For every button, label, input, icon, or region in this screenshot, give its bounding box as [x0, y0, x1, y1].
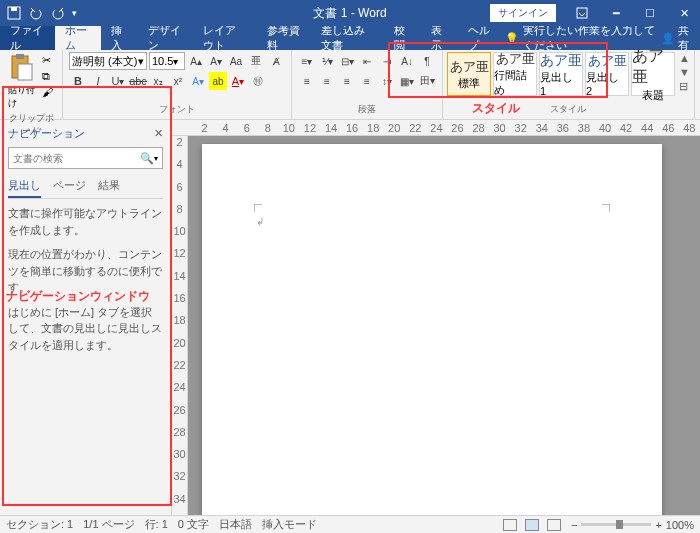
style-chip-0[interactable]: あア亜標準	[447, 52, 491, 96]
styles-expand-icon[interactable]: ⊟	[679, 80, 690, 93]
ribbon-tabs: ファイル ホーム 挿入 デザイン レイアウト 参考資料 差し込み文書 校閲 表示…	[0, 26, 700, 50]
close-icon[interactable]: ✕	[668, 0, 700, 26]
svg-rect-5	[18, 64, 32, 80]
paste-icon	[8, 54, 36, 82]
highlight-icon[interactable]: ab	[209, 72, 227, 90]
nav-search-input[interactable]: 🔍▾	[8, 147, 163, 169]
zoom-value[interactable]: 100%	[666, 519, 694, 531]
italic-button[interactable]: I	[89, 72, 107, 90]
view-print-icon[interactable]	[525, 519, 539, 531]
view-web-icon[interactable]	[547, 519, 561, 531]
zoom-out-icon[interactable]: −	[571, 519, 577, 531]
sort-icon[interactable]: A↓	[398, 52, 416, 70]
group-font: 游明朝 (本文)▾ 10.5▾ A▴ A▾ Aa 亜 A̸ B I U▾ abc…	[63, 50, 292, 119]
status-line[interactable]: 行: 1	[145, 517, 168, 532]
phonetic-icon[interactable]: 亜	[247, 52, 265, 70]
justify-icon[interactable]: ≡	[358, 72, 376, 90]
annotation-nav-label: ナビゲーションウィンドウ	[6, 288, 150, 305]
font-size-combo[interactable]: 10.5▾	[149, 52, 185, 70]
tab-file[interactable]: ファイル	[0, 26, 55, 50]
multilevel-icon[interactable]: ⊟▾	[338, 52, 356, 70]
line-spacing-icon[interactable]: ↕▾	[378, 72, 396, 90]
group-paragraph: ≡▾ ⅟▾ ⊟▾ ⇤ ⇥ A↓ ¶ ≡ ≡ ≡ ≡ ↕▾ ▦▾ 田▾ 段落	[292, 50, 443, 119]
numbering-icon[interactable]: ⅟▾	[318, 52, 336, 70]
bullets-icon[interactable]: ≡▾	[298, 52, 316, 70]
save-icon[interactable]	[6, 5, 22, 21]
strike-button[interactable]: abc	[129, 72, 147, 90]
zoom-in-icon[interactable]: +	[655, 519, 661, 531]
tab-home[interactable]: ホーム	[55, 26, 101, 50]
redo-icon[interactable]	[50, 5, 66, 21]
style-chip-1[interactable]: あア亜行間詰め	[493, 52, 537, 96]
status-section[interactable]: セクション: 1	[6, 517, 73, 532]
tab-references[interactable]: 参考資料	[257, 26, 312, 50]
group-editing: 🔍検索▾ ab置換 ▭選択▾ 編集	[695, 50, 700, 119]
enclose-icon[interactable]: ㊕	[249, 72, 267, 90]
increase-indent-icon[interactable]: ⇥	[378, 52, 396, 70]
shrink-font-icon[interactable]: A▾	[207, 52, 225, 70]
font-color-icon[interactable]: A▾	[229, 72, 247, 90]
text-effects-icon[interactable]: A▾	[189, 72, 207, 90]
style-chip-3[interactable]: あア亜見出し 2	[585, 52, 629, 96]
nav-close-icon[interactable]: ✕	[154, 127, 163, 140]
bold-button[interactable]: B	[69, 72, 87, 90]
copy-icon[interactable]: ⧉	[42, 70, 56, 84]
clear-format-icon[interactable]: A̸	[267, 52, 285, 70]
status-mode[interactable]: 挿入モード	[262, 517, 317, 532]
search-icon: 🔍	[140, 152, 154, 165]
qat-dropdown-icon[interactable]: ▾	[72, 8, 77, 18]
decrease-indent-icon[interactable]: ⇤	[358, 52, 376, 70]
group-clipboard: 貼り付け ✂ ⧉ 🖌 クリップボード	[0, 50, 63, 119]
share-icon: 👤	[661, 32, 675, 45]
zoom-slider[interactable]: − + 100%	[571, 519, 694, 531]
svg-rect-1	[11, 7, 17, 11]
tab-mailings[interactable]: 差し込み文書	[311, 26, 383, 50]
style-chip-4[interactable]: あア亜表題	[631, 52, 675, 96]
minimize-icon[interactable]: ━	[600, 0, 632, 26]
styles-scroll-up-icon[interactable]: ▲	[679, 52, 690, 64]
style-chip-2[interactable]: あア亜見出し 1	[539, 52, 583, 96]
maximize-icon[interactable]: ☐	[634, 0, 666, 26]
tab-layout[interactable]: レイアウト	[193, 26, 257, 50]
grow-font-icon[interactable]: A▴	[187, 52, 205, 70]
status-lang[interactable]: 日本語	[219, 517, 252, 532]
vertical-ruler[interactable]: 246810121416182022242628303234	[172, 136, 188, 515]
ribbon-options-icon[interactable]	[566, 0, 598, 26]
tab-review[interactable]: 校閲	[384, 26, 421, 50]
borders-icon[interactable]: 田▾	[418, 72, 436, 90]
undo-icon[interactable]	[28, 5, 44, 21]
change-case-icon[interactable]: Aa	[227, 52, 245, 70]
tab-design[interactable]: デザイン	[138, 26, 193, 50]
nav-tab-pages[interactable]: ページ	[53, 175, 86, 198]
nav-tab-results[interactable]: 結果	[98, 175, 120, 198]
cut-icon[interactable]: ✂	[42, 54, 56, 68]
nav-body: 文書に操作可能なアウトラインを作成します。 現在の位置がわかり、コンテンツを簡単…	[8, 205, 163, 361]
window-title: 文書 1 - Word	[313, 5, 386, 22]
align-right-icon[interactable]: ≡	[338, 72, 356, 90]
page[interactable]: ↲	[202, 144, 662, 515]
subscript-button[interactable]: x₂	[149, 72, 167, 90]
status-page[interactable]: 1/1 ページ	[83, 517, 134, 532]
shading-icon[interactable]: ▦▾	[398, 72, 416, 90]
nav-tab-headings[interactable]: 見出し	[8, 175, 41, 198]
styles-scroll-down-icon[interactable]: ▼	[679, 66, 690, 78]
tab-help[interactable]: ヘルプ	[458, 26, 504, 50]
status-words[interactable]: 0 文字	[178, 517, 209, 532]
group-label: フォント	[69, 103, 285, 117]
paste-button[interactable]: 貼り付け	[6, 52, 38, 112]
tab-insert[interactable]: 挿入	[101, 26, 138, 50]
title-bar: ▾ 文書 1 - Word サインイン ━ ☐ ✕	[0, 0, 700, 26]
font-name-combo[interactable]: 游明朝 (本文)▾	[69, 52, 147, 70]
annotation-styles-label: スタイル	[472, 100, 520, 117]
tab-view[interactable]: 表示	[421, 26, 458, 50]
superscript-button[interactable]: x²	[169, 72, 187, 90]
format-painter-icon[interactable]: 🖌	[42, 86, 56, 100]
view-read-icon[interactable]	[503, 519, 517, 531]
align-left-icon[interactable]: ≡	[298, 72, 316, 90]
align-center-icon[interactable]: ≡	[318, 72, 336, 90]
show-marks-icon[interactable]: ¶	[418, 52, 436, 70]
signin-button[interactable]: サインイン	[490, 4, 556, 22]
horizontal-ruler[interactable]: 2468101214161820222426283032343638404244…	[172, 120, 700, 136]
document-area: 2468101214161820222426283032343638404244…	[172, 120, 700, 515]
underline-button[interactable]: U▾	[109, 72, 127, 90]
